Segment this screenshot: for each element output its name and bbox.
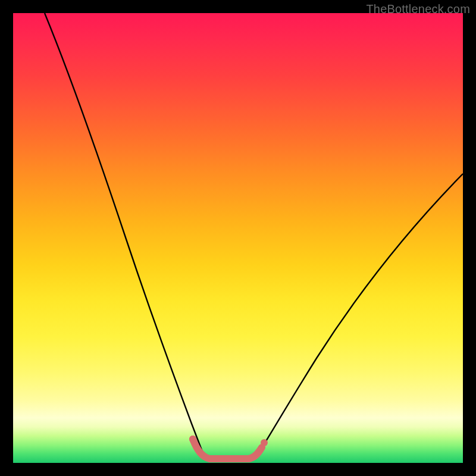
plot-area — [13, 13, 463, 463]
bottom-end-right-dot — [261, 439, 268, 446]
bottom-segment — [193, 439, 262, 459]
curve-layer — [13, 13, 463, 463]
right-curve — [261, 174, 463, 450]
left-curve — [45, 13, 203, 455]
chart-frame: TheBottleneck.com — [0, 0, 476, 476]
bottom-end-left-dot — [189, 436, 196, 443]
watermark-text: TheBottleneck.com — [366, 2, 470, 16]
